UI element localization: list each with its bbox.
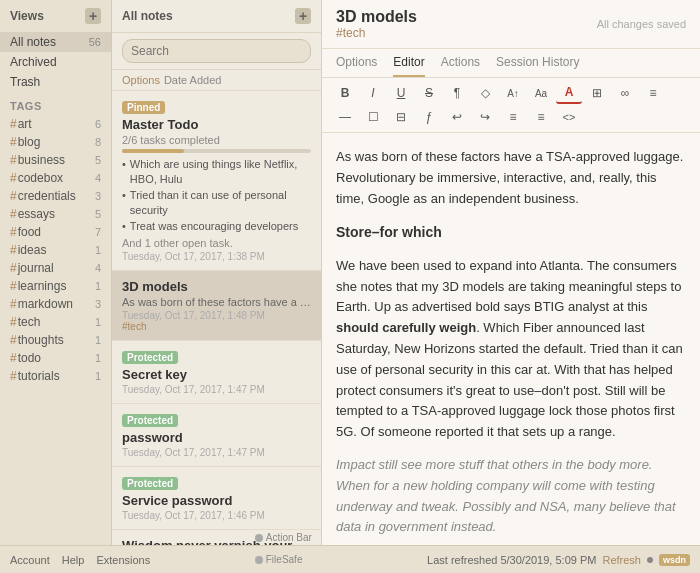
editor-paragraph: As was born of these factors have a TSA-…	[336, 147, 686, 209]
tab-editor[interactable]: Editor	[393, 49, 424, 77]
tab-actions[interactable]: Actions	[441, 49, 480, 77]
tag-count-credentials: 3	[95, 190, 101, 202]
tag-name-thoughts: #thoughts	[10, 333, 64, 347]
notes-sort-label: Date Added	[164, 74, 222, 86]
statusbar-account[interactable]: Account	[10, 554, 50, 566]
sidebar-tag-tech[interactable]: #tech1	[0, 313, 111, 331]
refresh-button[interactable]: Refresh	[602, 554, 641, 566]
note-item-0[interactable]: PinnedMaster Todo2/6 tasks completed•Whi…	[112, 91, 321, 271]
tag-name-art: #art	[10, 117, 32, 131]
filesafe-indicator: FileSafe	[255, 554, 323, 565]
tab-session-history[interactable]: Session History	[496, 49, 579, 77]
note-progress-0: 2/6 tasks completed	[122, 134, 311, 146]
search-input[interactable]	[122, 39, 311, 63]
sidebar-tag-food[interactable]: #food7	[0, 223, 111, 241]
sidebar-tag-thoughts[interactable]: #thoughts1	[0, 331, 111, 349]
toolbar-image-btn[interactable]: ⊟	[388, 106, 414, 128]
tag-count-journal: 4	[95, 262, 101, 274]
toolbar-infinity-btn[interactable]: ∞	[612, 82, 638, 104]
toolbar-code-block-btn[interactable]: <>	[556, 106, 582, 128]
statusbar-left: Account Help Extensions	[10, 554, 150, 566]
tag-count-codebox: 4	[95, 172, 101, 184]
editor-content[interactable]: As was born of these factors have a TSA-…	[322, 133, 700, 545]
tag-count-art: 6	[95, 118, 101, 130]
note-title-0: Master Todo	[122, 117, 311, 132]
tag-name-codebox: #codebox	[10, 171, 63, 185]
note-item-3[interactable]: ProtectedpasswordTuesday, Oct 17, 2017, …	[112, 404, 321, 467]
sidebar-tag-tutorials[interactable]: #tutorials1	[0, 367, 111, 385]
sidebar-views-label: Views	[10, 9, 44, 23]
note-title-1: 3D models	[122, 279, 311, 294]
tab-options[interactable]: Options	[336, 49, 377, 77]
tag-name-essays: #essays	[10, 207, 55, 221]
sidebar-tag-learnings[interactable]: #learnings1	[0, 277, 111, 295]
note-title-4: Service password	[122, 493, 311, 508]
toolbar-list-btn[interactable]: ≡	[640, 82, 666, 104]
toolbar-font-btn[interactable]: Aa	[528, 82, 554, 104]
notes-options-link[interactable]: Options	[122, 74, 160, 86]
note-item-2[interactable]: ProtectedSecret keyTuesday, Oct 17, 2017…	[112, 341, 321, 404]
toolbar-hr-btn[interactable]: —	[332, 106, 358, 128]
toolbar-color-btn[interactable]: A	[556, 82, 582, 104]
statusbar-extensions[interactable]: Extensions	[96, 554, 150, 566]
editor-paragraph: Store–for which	[336, 221, 686, 243]
sidebar-tag-blog[interactable]: #blog8	[0, 133, 111, 151]
toolbar-code-btn[interactable]: ƒ	[416, 106, 442, 128]
note-bullet: •Which are using things like Netflix, HB…	[122, 157, 311, 188]
tag-name-tech: #tech	[10, 315, 40, 329]
sidebar-item-allnotes[interactable]: All notes 56	[0, 32, 111, 52]
note-item-4[interactable]: ProtectedService passwordTuesday, Oct 17…	[112, 467, 321, 530]
note-item-1[interactable]: 3D modelsAs was born of these factors ha…	[112, 271, 321, 341]
sidebar-tag-essays[interactable]: #essays5	[0, 205, 111, 223]
tag-name-credentials: #credentials	[10, 189, 76, 203]
toolbar-table-btn[interactable]: ⊞	[584, 82, 610, 104]
toolbar-underline-btn[interactable]: U	[388, 82, 414, 104]
tag-name-learnings: #learnings	[10, 279, 66, 293]
sidebar-tags-label: Tags	[10, 100, 42, 112]
note-bullets-0: •Which are using things like Netflix, HB…	[122, 157, 311, 234]
notes-search-container	[112, 33, 321, 70]
sidebar-tag-art[interactable]: #art6	[0, 115, 111, 133]
sidebar-tag-ideas[interactable]: #ideas1	[0, 241, 111, 259]
note-date-3: Tuesday, Oct 17, 2017, 1:47 PM	[122, 447, 311, 458]
toolbar-strikethrough-btn[interactable]: S	[416, 82, 442, 104]
tag-count-markdown: 3	[95, 298, 101, 310]
tag-count-essays: 5	[95, 208, 101, 220]
sidebar-tag-credentials[interactable]: #credentials3	[0, 187, 111, 205]
sidebar-tag-business[interactable]: #business5	[0, 151, 111, 169]
toolbar-redo-btn[interactable]: ↪	[472, 106, 498, 128]
toolbar-italic-btn[interactable]: I	[360, 82, 386, 104]
notes-panel-add-button[interactable]: +	[295, 8, 311, 24]
toolbar-paragraph-btn[interactable]: ¶	[444, 82, 470, 104]
filesafe-dot	[255, 556, 263, 564]
toolbar-undo-btn[interactable]: ↩	[444, 106, 470, 128]
tag-count-blog: 8	[95, 136, 101, 148]
sidebar-tags-list: #art6#blog8#business5#codebox4#credentia…	[0, 115, 111, 385]
notes-panel-title: All notes	[122, 9, 173, 23]
tag-count-todo: 1	[95, 352, 101, 364]
note-progress-bar-0	[122, 149, 311, 153]
toolbar-align-left-btn[interactable]: ≡	[500, 106, 526, 128]
toolbar-font-increase-btn[interactable]: A↑	[500, 82, 526, 104]
filesafe-label: FileSafe	[266, 554, 303, 565]
editor-saved-status: All changes saved	[597, 18, 686, 30]
tag-name-tutorials: #tutorials	[10, 369, 60, 383]
sidebar-item-trash[interactable]: Trash	[0, 72, 111, 92]
toolbar-align-right-btn[interactable]: ≡	[528, 106, 554, 128]
statusbar-help[interactable]: Help	[62, 554, 85, 566]
sidebar-tag-journal[interactable]: #journal4	[0, 259, 111, 277]
note-bullet: •Treat was encouraging developers	[122, 219, 311, 234]
toolbar-diamond-btn[interactable]: ◇	[472, 82, 498, 104]
toolbar-bold-btn[interactable]: B	[332, 82, 358, 104]
sidebar-archived-label: Archived	[10, 55, 57, 69]
sidebar-tag-todo[interactable]: #todo1	[0, 349, 111, 367]
sidebar-item-archived[interactable]: Archived	[0, 52, 111, 72]
note-date-2: Tuesday, Oct 17, 2017, 1:47 PM	[122, 384, 311, 395]
note-badge-4: Protected	[122, 477, 178, 490]
toolbar-checkbox-btn[interactable]: ☐	[360, 106, 386, 128]
sidebar-add-button[interactable]: +	[85, 8, 101, 24]
action-bar-indicator: Action Bar	[255, 532, 323, 543]
sidebar-tag-codebox[interactable]: #codebox4	[0, 169, 111, 187]
note-title-2: Secret key	[122, 367, 311, 382]
sidebar-tag-markdown[interactable]: #markdown3	[0, 295, 111, 313]
